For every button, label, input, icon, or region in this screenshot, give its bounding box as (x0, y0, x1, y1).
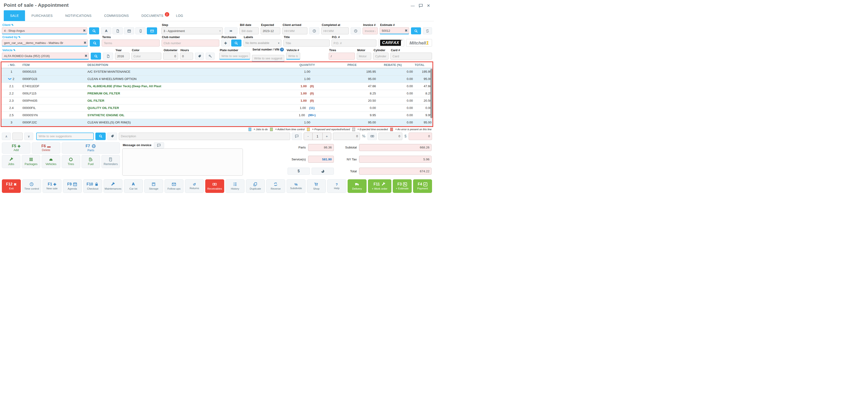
add-purchase-icon[interactable]: ✚ (221, 39, 230, 46)
completed-at-input[interactable] (321, 27, 349, 34)
tab-notifications[interactable]: NOTIFICATIONS (59, 10, 98, 21)
client-label[interactable]: Client ✎ (2, 23, 87, 27)
estimate-button[interactable]: F3✎+ Estimate (393, 179, 412, 193)
reminders-button[interactable]: Reminders (101, 155, 120, 168)
invoice-input[interactable] (363, 27, 378, 34)
refresh-icon[interactable] (423, 27, 432, 34)
comment-icon[interactable] (292, 132, 302, 140)
history-button[interactable]: History (225, 179, 245, 193)
note-icon[interactable] (113, 27, 123, 34)
col-rebate[interactable]: REBATE (%) (383, 62, 414, 68)
total-input[interactable] (409, 132, 432, 140)
checkout-button[interactable]: F10Checkout (83, 179, 102, 193)
shop-button[interactable]: Shop (307, 179, 326, 193)
plate-input[interactable] (219, 53, 250, 60)
tag-icon[interactable] (195, 53, 204, 60)
tires-input[interactable] (329, 53, 355, 60)
vin-input[interactable] (252, 55, 284, 62)
phone-icon[interactable] (135, 27, 146, 34)
table-row[interactable]: ❯20000FOJ3CLEAN 4 WHEELS/RIMS OPTION1.00… (1, 75, 432, 83)
item-search-input[interactable] (36, 132, 94, 140)
tab-purchases[interactable]: PURCHASES (25, 10, 59, 21)
agenda-button[interactable]: F9Agenda (63, 179, 82, 193)
chat-icon[interactable] (418, 3, 423, 8)
bill-date-input[interactable] (239, 27, 258, 34)
clock-icon[interactable] (309, 27, 319, 34)
rebate-amount-input[interactable] (333, 132, 360, 140)
key-icon[interactable] (206, 53, 215, 60)
percent-icon[interactable]: % (362, 134, 366, 138)
envelope-icon[interactable] (147, 27, 157, 34)
table-row[interactable]: 2.2000LF115PREMIUM OIL FILTER1.00(0)8.25… (1, 90, 432, 97)
carfax-button[interactable]: CARFAX® (378, 39, 404, 46)
tab-log[interactable]: LOG (170, 10, 190, 21)
description-input[interactable] (119, 132, 290, 140)
pie-chart-icon[interactable] (312, 168, 334, 175)
po-input[interactable] (332, 39, 377, 46)
line-number-input[interactable] (12, 132, 23, 140)
clear-estimate-icon[interactable]: ✖ (405, 29, 408, 33)
help-button[interactable]: ?Help (327, 179, 346, 193)
car-lot-icon[interactable] (101, 27, 111, 34)
new-sale-button[interactable]: F1✚New sale (42, 179, 61, 193)
col-item[interactable]: ITEM (22, 62, 87, 68)
card-input[interactable] (391, 53, 432, 60)
price-input[interactable] (378, 132, 402, 140)
odometer-input[interactable] (163, 53, 178, 60)
quantity-minus-button[interactable]: - (304, 133, 312, 140)
vehicles-button[interactable]: Vehicles (41, 155, 60, 168)
receivables-button[interactable]: Receivables (205, 179, 224, 193)
calendar-icon[interactable] (124, 27, 134, 34)
tab-sale[interactable]: SALE (4, 10, 25, 21)
follow-ups-button[interactable]: Follow-ups (164, 179, 184, 193)
payment-button[interactable]: F4✔Payment (413, 179, 432, 193)
clock-icon[interactable] (351, 27, 361, 34)
step-select[interactable]: 3 - Appointment˅ (161, 27, 223, 34)
estimate-search-button[interactable] (411, 27, 421, 34)
mitchell1-button[interactable]: Mitchell1 (406, 39, 432, 46)
created-by-input[interactable] (2, 39, 88, 46)
car-lot-button[interactable]: Car lot (124, 179, 143, 193)
subdivide-button[interactable]: %Subdivide (287, 179, 306, 193)
reverse-button[interactable]: Reverse (266, 179, 285, 193)
next-step-button[interactable] (225, 27, 238, 34)
client-arrived-input[interactable] (282, 27, 307, 34)
terms-input[interactable] (102, 39, 159, 46)
close-icon[interactable]: ✕ (427, 4, 430, 8)
invoice-message-textarea[interactable] (122, 149, 243, 176)
clear-created-by-icon[interactable]: ✖ (84, 41, 87, 45)
col-price[interactable]: PRICE (327, 62, 383, 68)
delivery-button[interactable]: Delivery (348, 179, 367, 193)
fuel-button[interactable]: Fuel (82, 155, 100, 168)
maintenances-button[interactable]: Maintenances (103, 179, 123, 193)
vehicle-input[interactable] (2, 53, 89, 60)
quantity-value[interactable]: 1 (312, 133, 322, 140)
col-quantity[interactable]: QUANTITY (287, 62, 327, 68)
tag-icon[interactable] (107, 132, 117, 140)
expected-input[interactable] (261, 27, 280, 34)
dollar-icon[interactable]: $ (287, 168, 310, 175)
purchases-search-button[interactable] (231, 39, 242, 46)
table-row[interactable]: 100000J15A/C SYSTEM MAINTENANCE1.00195.9… (1, 68, 432, 75)
money-icon[interactable] (368, 132, 377, 140)
move-up-icon[interactable]: ∧ (2, 132, 11, 140)
delete-line-button[interactable]: F6▬ Delete (32, 143, 60, 154)
storage-button[interactable]: Storage (144, 179, 163, 193)
minimize-icon[interactable]: ― (411, 4, 415, 8)
tab-documents[interactable]: DOCUMENTS2 (135, 10, 170, 21)
returns-button[interactable]: ↺Returns (185, 179, 204, 193)
motor-input[interactable] (357, 53, 371, 60)
table-row[interactable]: 2.3000PH435OIL FILTER1.00(0)20.500.0020.… (1, 97, 432, 104)
table-scrollbar[interactable] (430, 69, 432, 118)
dollar-icon[interactable]: $ (404, 134, 407, 138)
hours-input[interactable] (180, 53, 193, 60)
cylinder-input[interactable] (373, 53, 389, 60)
time-control-button[interactable]: Time control (22, 179, 41, 193)
year-input[interactable] (115, 53, 129, 60)
duplicate-button[interactable]: Duplicate (246, 179, 265, 193)
jobs-button[interactable]: Jobs (2, 155, 20, 168)
created-by-search-button[interactable] (90, 39, 100, 46)
vehicle-search-button[interactable] (91, 53, 101, 60)
col-total[interactable]: TOTAL (414, 62, 432, 68)
item-search-button[interactable] (95, 132, 106, 140)
